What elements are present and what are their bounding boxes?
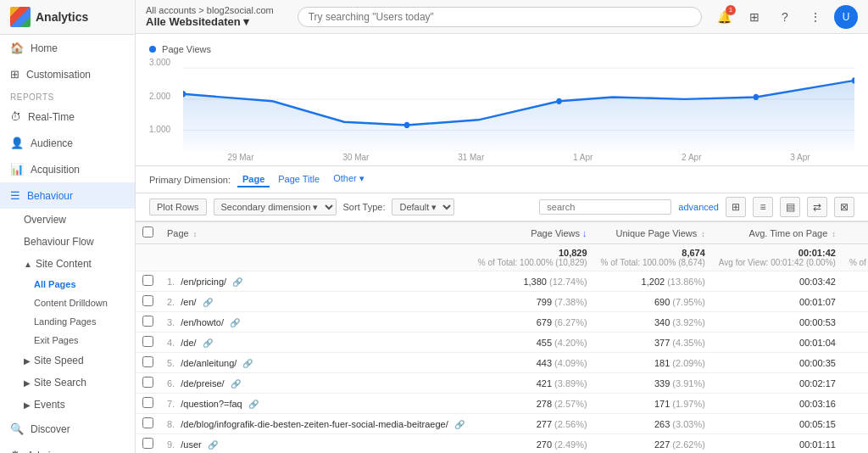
row-checkbox-2[interactable] (136, 312, 160, 333)
row-page-link-8[interactable]: /user (181, 439, 201, 450)
notification-badge: 1 (726, 5, 736, 15)
chart-x-labels: 29 Mar 30 Mar 31 Mar 1 Apr 2 Apr 3 Apr (149, 153, 854, 165)
row-avgtime-7: 00:05:15 (712, 414, 843, 434)
table-row: 8. /de/blog/infografik-die-besten-zeiten… (136, 414, 868, 434)
sidebar-item-behaviour-flow[interactable]: Behaviour Flow (0, 231, 135, 253)
apps-button[interactable]: ⊞ (743, 5, 766, 29)
row-pageviews-4: 443 (4.09%) (471, 353, 594, 373)
row-entrances-5: 174 (3.15%) (843, 373, 868, 394)
col-page-header[interactable]: Page ↕ (160, 222, 471, 244)
row-entrances-1: 633 (11.46%) (843, 292, 868, 312)
notifications-button[interactable]: 🔔 1 (712, 5, 736, 29)
sidebar-item-landing-pages[interactable]: Landing Pages (0, 312, 135, 331)
col-avgtime-header[interactable]: Avg. Time on Page ↕ (712, 222, 843, 244)
row-avgtime-4: 00:00:35 (712, 353, 843, 373)
dim-tab-page[interactable]: Page (237, 172, 270, 187)
sidebar-item-exit-pages[interactable]: Exit Pages (0, 331, 135, 350)
help-button[interactable]: ? (773, 5, 797, 29)
row-page-3: 4. /de/ 🔗 (160, 333, 471, 353)
realtime-icon: ⏱ (10, 110, 21, 123)
table-view-grid-button[interactable]: ⊞ (726, 197, 746, 217)
table-pivot-button[interactable]: ⊠ (834, 197, 854, 217)
svg-point-4 (404, 122, 409, 128)
table-view-list-button[interactable]: ≡ (753, 197, 773, 217)
table-compare-button[interactable]: ⇄ (807, 197, 827, 217)
sidebar-item-all-pages-label: All Pages (34, 279, 76, 289)
row-checkbox-1[interactable] (136, 292, 160, 312)
col-pageviews-header[interactable]: Page Views ↓ (471, 222, 594, 244)
user-avatar[interactable]: U (834, 5, 858, 29)
row-page-7: 8. /de/blog/infografik-die-besten-zeiten… (160, 414, 471, 434)
sidebar-item-site-search-label: Site Search (34, 377, 86, 389)
row-checkbox-3[interactable] (136, 333, 160, 353)
chart-y-label-1000: 1.000 (149, 125, 183, 134)
row-checkbox-6[interactable] (136, 394, 160, 414)
sidebar-item-site-speed[interactable]: ▶ Site Speed (0, 350, 135, 372)
table-row: 9. /user 🔗 270 (2.49%) 227 (2.62%) 00:01… (136, 434, 868, 454)
sidebar-item-site-content[interactable]: ▲ Site Content (0, 253, 135, 275)
sort-type-select[interactable]: Default ▾ (392, 199, 454, 215)
row-pageviews-8: 270 (2.49%) (471, 434, 594, 454)
row-checkbox-8[interactable] (136, 434, 160, 454)
more-button[interactable]: ⋮ (804, 5, 827, 29)
chart-x-label-0: 29 Mar (227, 153, 253, 162)
advanced-link[interactable]: advanced (678, 202, 719, 212)
sidebar-item-audience[interactable]: 👤 Audience (0, 130, 135, 156)
table-row: 4. /de/ 🔗 455 (4.20%) 377 (4.35%) 00:01:… (136, 333, 868, 353)
sidebar-item-discover[interactable]: 🔍 Discover (0, 416, 135, 442)
row-unique-0: 1,202 (13.86%) (594, 271, 712, 292)
secondary-dimension-select[interactable]: Secondary dimension ▾ (214, 199, 337, 215)
sidebar-item-overview[interactable]: Overview (0, 209, 135, 231)
analytics-logo-icon (10, 7, 31, 27)
row-entrances-3: 292 (5.29%) (843, 333, 868, 353)
row-page-link-6[interactable]: /question?=faq (181, 399, 242, 409)
sidebar-item-admin[interactable]: ⚙ Admin (0, 442, 135, 453)
row-avgtime-2: 00:00:53 (712, 312, 843, 333)
row-page-link-7[interactable]: /de/blog/infografik-die-besten-zeiten-fu… (181, 419, 448, 429)
col-entrances-header[interactable]: Entrances ↕ (843, 222, 868, 244)
dim-tab-page-title[interactable]: Page Title (273, 172, 325, 187)
dim-tab-other[interactable]: Other ▾ (328, 171, 370, 187)
topbar: All accounts > blog2social.com Alle Webs… (136, 0, 868, 34)
topbar-search-input[interactable] (298, 7, 702, 27)
table-view-compact-button[interactable]: ▤ (780, 197, 800, 217)
col-unique-header[interactable]: Unique Page Views ↕ (594, 222, 712, 244)
sidebar-item-realtime-label: Real-Time (28, 111, 75, 123)
row-page-1: 2. /en/ 🔗 (160, 292, 471, 312)
sidebar-item-all-pages[interactable]: All Pages (0, 275, 135, 294)
totals-row: 10,829 % of Total: 100.00% (10,829) 8,67… (136, 244, 868, 271)
row-unique-1: 690 (7.95%) (594, 292, 712, 312)
plot-rows-button[interactable]: Plot Rows (149, 199, 207, 215)
chart-y-label-3000: 3.000 (149, 58, 183, 67)
row-page-6: 7. /question?=faq 🔗 (160, 394, 471, 414)
table-search-input[interactable] (539, 199, 671, 215)
row-checkbox-0[interactable] (136, 271, 160, 292)
sidebar-item-site-search[interactable]: ▶ Site Search (0, 372, 135, 394)
row-page-link-5[interactable]: /de/preise/ (181, 378, 224, 389)
row-page-link-0[interactable]: /en/pricing/ (181, 277, 226, 287)
row-page-link-1[interactable]: /en/ (181, 297, 196, 307)
account-selector[interactable]: Alle Websitedaten ▾ (146, 15, 281, 28)
sidebar-item-behaviour[interactable]: ☰ Behaviour (0, 182, 135, 209)
row-page-link-3[interactable]: /de/ (181, 338, 196, 348)
sidebar-item-customisation[interactable]: ⊞ Customisation (0, 61, 135, 87)
sidebar-item-home[interactable]: 🏠 Home (0, 35, 135, 61)
row-checkbox-4[interactable] (136, 353, 160, 373)
sidebar-item-realtime[interactable]: ⏱ Real-Time (0, 103, 135, 130)
row-page-link-2[interactable]: /en/howto/ (181, 317, 224, 327)
row-unique-3: 377 (4.35%) (594, 333, 712, 353)
acquisition-icon: 📊 (10, 163, 24, 176)
sidebar-item-content-drilldown[interactable]: Content Drilldown (0, 294, 135, 312)
row-pageviews-0: 1,380 (12.74%) (471, 271, 594, 292)
row-checkbox-5[interactable] (136, 373, 160, 394)
sidebar: Analytics 🏠 Home ⊞ Customisation REPORTS… (0, 0, 136, 453)
data-table: Page ↕ Page Views ↓ Unique Page Views ↕ … (136, 221, 868, 453)
chart-area: Page Views 3.000 2.000 1.000 (136, 34, 868, 166)
sidebar-item-events[interactable]: ▶ Events (0, 394, 135, 416)
dimensions-row: Primary Dimension: Page Page Title Other… (136, 166, 868, 193)
row-checkbox-7[interactable] (136, 414, 160, 434)
sidebar-item-acquisition[interactable]: 📊 Acquisition (0, 156, 135, 182)
row-unique-6: 171 (1.97%) (594, 394, 712, 414)
row-page-link-4[interactable]: /de/anleitung/ (181, 358, 236, 368)
select-all-checkbox[interactable] (142, 226, 153, 238)
